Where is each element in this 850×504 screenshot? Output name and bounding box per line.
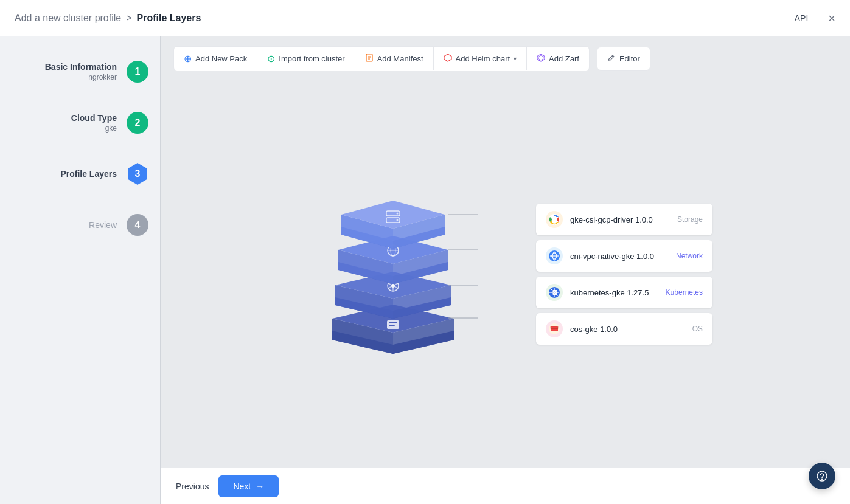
add-pack-icon: ⊕ — [184, 53, 192, 64]
step-2-badge: 2 — [127, 112, 148, 134]
svg-point-57 — [821, 479, 823, 480]
sidebar-item-profile-layers[interactable]: Profile Layers 3 — [12, 163, 148, 185]
stack-diagram: gke-csi-gcp-driver 1.0.0 Storage — [299, 188, 712, 361]
os-layer-type: OS — [692, 325, 703, 333]
hex-stack-visual — [299, 188, 487, 361]
svg-point-33 — [397, 213, 399, 215]
step-1-badge: 1 — [127, 61, 148, 83]
helm-icon — [444, 54, 452, 64]
footer: Previous Next → — [161, 468, 850, 504]
svg-rect-53 — [551, 326, 558, 329]
network-layer-name: cni-vpc-native-gke 1.0.0 — [570, 252, 654, 261]
storage-layer-card[interactable]: gke-csi-gcp-driver 1.0.0 Storage — [536, 204, 712, 235]
toolbar: ⊕ Add New Pack ⊙ Import from cluster — [161, 36, 850, 81]
hex-layers-svg — [299, 188, 487, 358]
next-arrow-icon: → — [256, 482, 264, 491]
kubernetes-layer-card[interactable]: kubernetes-gke 1.27.5 Kubernetes — [536, 277, 712, 308]
previous-button[interactable]: Previous — [176, 482, 209, 491]
import-from-cluster-button[interactable]: ⊙ Import from cluster — [257, 47, 355, 71]
zarf-icon — [537, 54, 545, 64]
network-layer-info: cni-vpc-native-gke 1.0.0 — [570, 250, 669, 261]
step-3-badge: 3 — [127, 163, 148, 185]
breadcrumb: Add a new cluster profile > Profile Laye… — [15, 13, 201, 24]
manifest-icon — [365, 54, 374, 64]
import-icon: ⊙ — [267, 53, 275, 64]
svg-point-34 — [397, 219, 399, 221]
header-divider — [818, 11, 818, 26]
step-4-label: Review — [89, 220, 117, 230]
sidebar-item-basic-info[interactable]: Basic Information ngrokker 1 — [12, 61, 148, 83]
step-1-text: Basic Information ngrokker — [45, 62, 117, 81]
step-4-text: Review — [89, 220, 117, 230]
step-1-sub: ngrokker — [45, 73, 117, 81]
step-3-text: Profile Layers — [60, 169, 117, 179]
kubernetes-layer-info: kubernetes-gke 1.27.5 — [570, 287, 658, 298]
storage-layer-name: gke-csi-gcp-driver 1.0.0 — [570, 215, 653, 224]
add-new-pack-button[interactable]: ⊕ Add New Pack — [174, 47, 257, 71]
svg-rect-10 — [389, 325, 395, 326]
storage-layer-type: Storage — [677, 215, 703, 224]
storage-layer-info: gke-csi-gcp-driver 1.0.0 — [570, 214, 670, 225]
add-helm-chart-button[interactable]: Add Helm chart ▾ — [434, 47, 528, 70]
helm-chevron-icon: ▾ — [514, 55, 517, 62]
layers-list: gke-csi-gcp-driver 1.0.0 Storage — [536, 204, 712, 345]
network-layer-type: Network — [676, 252, 703, 260]
step-1-label: Basic Information — [45, 62, 117, 72]
breadcrumb-prefix: Add a new cluster profile — [15, 13, 121, 24]
add-zarf-button[interactable]: Add Zarf — [527, 47, 589, 70]
kubernetes-layer-type: Kubernetes — [666, 288, 703, 297]
editor-button[interactable]: Editor — [597, 47, 650, 71]
network-layer-card[interactable]: cni-vpc-native-gke 1.0.0 Network — [536, 240, 712, 272]
help-icon — [816, 470, 828, 482]
content-area: ⊕ Add New Pack ⊙ Import from cluster — [161, 36, 850, 504]
os-layer-card[interactable]: cos-gke 1.0.0 OS — [536, 313, 712, 345]
help-button[interactable] — [809, 463, 835, 489]
visualization-area: gke-csi-gcp-driver 1.0.0 Storage — [161, 81, 850, 468]
svg-rect-9 — [389, 322, 397, 323]
background-decoration — [161, 81, 344, 172]
page-title: Profile Layers — [137, 13, 201, 24]
step-2-label: Cloud Type — [71, 113, 117, 123]
sidebar-item-review[interactable]: Review 4 — [12, 214, 148, 236]
header: Add a new cluster profile > Profile Laye… — [0, 0, 850, 36]
network-layer-icon — [546, 247, 563, 264]
os-layer-icon — [546, 320, 563, 337]
step-2-sub: gke — [71, 124, 117, 133]
editor-icon — [607, 54, 616, 64]
os-layer-info: cos-gke 1.0.0 — [570, 323, 685, 334]
close-button[interactable]: × — [828, 12, 835, 24]
toolbar-buttons: ⊕ Add New Pack ⊙ Import from cluster — [173, 46, 590, 71]
sidebar: Basic Information ngrokker 1 Cloud Type … — [0, 36, 161, 504]
os-layer-name: cos-gke 1.0.0 — [570, 325, 618, 334]
step-3-label: Profile Layers — [60, 169, 117, 179]
step-2-text: Cloud Type gke — [71, 113, 117, 133]
main-layout: Basic Information ngrokker 1 Cloud Type … — [0, 36, 850, 504]
kubernetes-layer-name: kubernetes-gke 1.27.5 — [570, 288, 649, 297]
add-manifest-button[interactable]: Add Manifest — [355, 47, 434, 70]
storage-layer-icon — [546, 211, 563, 228]
kubernetes-layer-icon — [546, 284, 563, 301]
next-button[interactable]: Next → — [218, 475, 279, 497]
api-button[interactable]: API — [795, 13, 809, 23]
header-actions: API × — [795, 11, 835, 26]
storage-hex-layer — [341, 201, 445, 249]
step-4-badge: 4 — [127, 214, 148, 236]
svg-point-40 — [552, 218, 556, 221]
breadcrumb-arrow: > — [126, 13, 131, 24]
sidebar-item-cloud-type[interactable]: Cloud Type gke 2 — [12, 112, 148, 134]
